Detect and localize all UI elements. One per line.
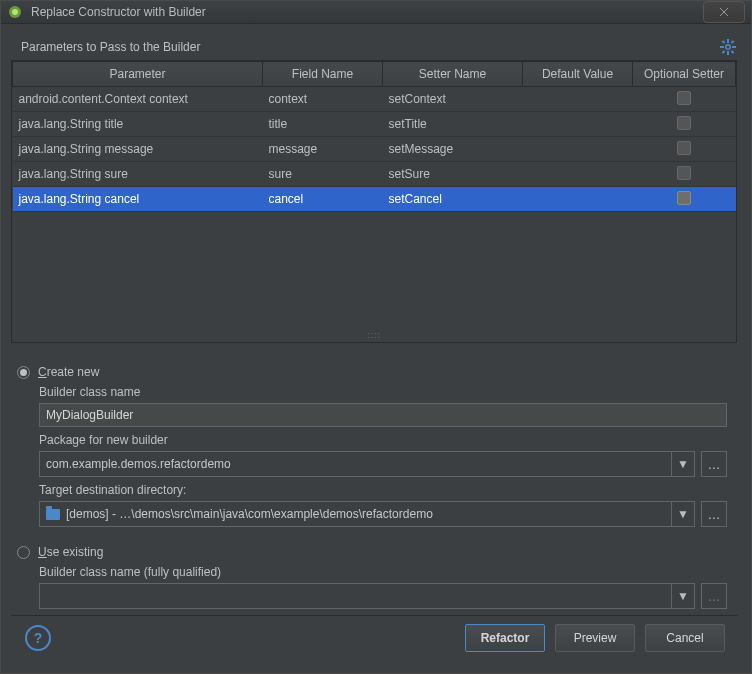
table-cell[interactable] — [523, 137, 633, 162]
svg-rect-5 — [727, 39, 729, 43]
create-new-radio[interactable]: Create new — [17, 365, 727, 379]
col-optional[interactable]: Optional Setter — [633, 62, 736, 87]
close-button[interactable] — [703, 1, 745, 23]
svg-rect-12 — [731, 50, 735, 54]
table-cell[interactable]: java.lang.String sure — [13, 162, 263, 187]
chevron-down-icon: ▼ — [671, 584, 694, 608]
app-icon — [7, 4, 23, 20]
target-dir-combo[interactable]: [demos] - …\demos\src\main\java\com\exam… — [39, 501, 695, 527]
section-label: Parameters to Pass to the Builder — [11, 40, 200, 54]
table-cell[interactable]: setMessage — [383, 137, 523, 162]
radio-icon — [17, 366, 30, 379]
browse-target-button[interactable]: … — [701, 501, 727, 527]
existing-class-label: Builder class name (fully qualified) — [39, 565, 727, 579]
table-cell[interactable]: setSure — [383, 162, 523, 187]
table-cell[interactable] — [523, 162, 633, 187]
optional-setter-cell[interactable] — [633, 187, 736, 212]
table-cell[interactable]: title — [263, 112, 383, 137]
checkbox[interactable] — [677, 141, 691, 155]
table-cell[interactable]: setContext — [383, 87, 523, 112]
col-field[interactable]: Field Name — [263, 62, 383, 87]
optional-setter-cell[interactable] — [633, 162, 736, 187]
chevron-down-icon[interactable]: ▼ — [671, 452, 694, 476]
chevron-down-icon[interactable]: ▼ — [671, 502, 694, 526]
builder-class-name-label: Builder class name — [39, 385, 727, 399]
svg-rect-8 — [732, 46, 736, 48]
svg-rect-7 — [720, 46, 724, 48]
table-cell[interactable]: setCancel — [383, 187, 523, 212]
table-cell[interactable]: message — [263, 137, 383, 162]
optional-setter-cell[interactable] — [633, 137, 736, 162]
create-new-label: Create new — [38, 365, 99, 379]
table-cell[interactable]: java.lang.String title — [13, 112, 263, 137]
refactor-button[interactable]: Refactor — [465, 624, 545, 652]
table-header-row: Parameter Field Name Setter Name Default… — [13, 62, 736, 87]
col-setter[interactable]: Setter Name — [383, 62, 523, 87]
title-bar: Replace Constructor with Builder — [1, 1, 751, 24]
col-default[interactable]: Default Value — [523, 62, 633, 87]
dialog-footer: ? Refactor Preview Cancel — [11, 615, 737, 664]
svg-rect-10 — [731, 40, 735, 44]
folder-icon — [46, 509, 60, 520]
checkbox[interactable] — [677, 91, 691, 105]
table-row[interactable]: java.lang.String titletitlesetTitle — [13, 112, 736, 137]
checkbox[interactable] — [677, 116, 691, 130]
table-row[interactable]: java.lang.String messagemessagesetMessag… — [13, 137, 736, 162]
optional-setter-cell[interactable] — [633, 87, 736, 112]
table-cell[interactable]: java.lang.String cancel — [13, 187, 263, 212]
table-cell[interactable]: context — [263, 87, 383, 112]
table-cell[interactable]: android.content.Context context — [13, 87, 263, 112]
col-parameter[interactable]: Parameter — [13, 62, 263, 87]
table-cell[interactable]: cancel — [263, 187, 383, 212]
optional-setter-cell[interactable] — [633, 112, 736, 137]
package-label: Package for new builder — [39, 433, 727, 447]
checkbox[interactable] — [677, 191, 691, 205]
use-existing-label: Use existing — [38, 545, 103, 559]
table-cell[interactable]: java.lang.String message — [13, 137, 263, 162]
parameters-table[interactable]: Parameter Field Name Setter Name Default… — [11, 60, 737, 343]
table-row[interactable]: android.content.Context contextcontextse… — [13, 87, 736, 112]
builder-form: Create new Builder class name Package fo… — [11, 343, 737, 615]
table-cell[interactable]: sure — [263, 162, 383, 187]
help-button[interactable]: ? — [25, 625, 51, 651]
browse-existing-button[interactable]: … — [701, 583, 727, 609]
table-cell[interactable]: setTitle — [383, 112, 523, 137]
checkbox[interactable] — [677, 166, 691, 180]
svg-rect-11 — [722, 50, 726, 54]
settings-button[interactable] — [719, 38, 737, 56]
svg-rect-9 — [722, 40, 726, 44]
radio-icon — [17, 546, 30, 559]
table-spare-area: :::: — [12, 212, 736, 342]
table-cell[interactable] — [523, 187, 633, 212]
dialog-window: Replace Constructor with Builder Paramet… — [0, 0, 752, 674]
table-row[interactable]: java.lang.String suresuresetSure — [13, 162, 736, 187]
preview-button[interactable]: Preview — [555, 624, 635, 652]
table-row[interactable]: java.lang.String cancelcancelsetCancel — [13, 187, 736, 212]
builder-class-name-input[interactable] — [39, 403, 727, 427]
svg-rect-6 — [727, 51, 729, 55]
target-dir-label: Target destination directory: — [39, 483, 727, 497]
existing-class-combo: ▼ — [39, 583, 695, 609]
browse-package-button[interactable]: … — [701, 451, 727, 477]
package-combo[interactable]: com.example.demos.refactordemo ▼ — [39, 451, 695, 477]
use-existing-radio[interactable]: Use existing — [17, 545, 727, 559]
cancel-button[interactable]: Cancel — [645, 624, 725, 652]
resize-grip-icon[interactable]: :::: — [367, 330, 381, 340]
dialog-content: Parameters to Pass to the Builder Parame… — [1, 24, 751, 674]
svg-point-1 — [12, 9, 18, 15]
dialog-title: Replace Constructor with Builder — [31, 5, 703, 19]
table-cell[interactable] — [523, 87, 633, 112]
svg-point-13 — [727, 46, 730, 49]
table-cell[interactable] — [523, 112, 633, 137]
